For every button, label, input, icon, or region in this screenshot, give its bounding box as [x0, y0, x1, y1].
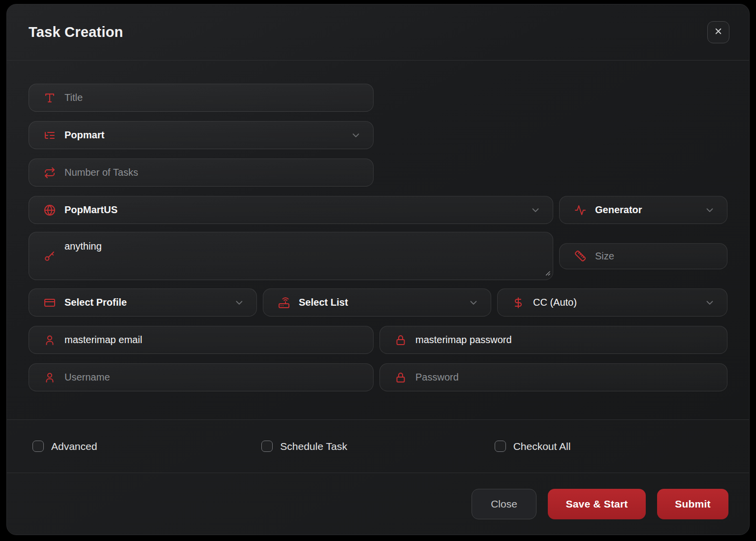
schedule-task-option: Schedule Task — [261, 441, 494, 452]
masterimap-password-input[interactable] — [415, 334, 715, 346]
cc-value: CC (Auto) — [533, 297, 577, 308]
chevron-down-icon — [234, 297, 245, 308]
size-field[interactable] — [559, 243, 727, 269]
router-icon — [278, 297, 290, 309]
repeat-icon — [44, 167, 56, 179]
chevron-down-icon — [468, 297, 479, 308]
platform-select[interactable]: Popmart — [29, 121, 374, 149]
page-title: Task Creation — [29, 24, 123, 40]
password-field[interactable] — [379, 363, 727, 391]
masterimap-email-field[interactable] — [29, 326, 374, 354]
num-tasks-input[interactable] — [64, 167, 361, 178]
keywords-textarea[interactable]: anything — [64, 232, 541, 280]
mode-select[interactable]: Generator — [559, 196, 727, 224]
schedule-task-label: Schedule Task — [280, 441, 347, 452]
user-icon — [44, 372, 56, 383]
username-field[interactable] — [29, 363, 374, 391]
username-input[interactable] — [64, 372, 361, 383]
profile-select[interactable]: Select Profile — [29, 288, 257, 317]
masterimap-password-field[interactable] — [379, 326, 727, 354]
close-icon — [714, 27, 723, 38]
options-bar: Advanced Schedule Task Checkout All — [7, 419, 749, 473]
profile-value: Select Profile — [64, 297, 127, 308]
checkout-all-label: Checkout All — [513, 441, 571, 452]
close-button[interactable] — [707, 21, 729, 43]
close-footer-button[interactable]: Close — [472, 489, 536, 519]
site-value: PopMartUS — [64, 204, 118, 216]
credit-card-icon — [44, 297, 56, 309]
keywords-field[interactable]: anything — [29, 232, 553, 280]
advanced-label: Advanced — [51, 441, 97, 452]
checkout-all-option: Checkout All — [495, 441, 727, 452]
activity-icon — [574, 204, 586, 216]
advanced-option: Advanced — [29, 441, 261, 452]
schedule-task-checkbox[interactable] — [261, 441, 273, 452]
user-icon — [44, 334, 56, 346]
mode-value: Generator — [595, 204, 642, 216]
password-input[interactable] — [415, 372, 715, 383]
site-select[interactable]: PopMartUS — [29, 196, 553, 224]
globe-icon — [44, 204, 56, 216]
ruler-icon — [574, 250, 586, 262]
list-select[interactable]: Select List — [263, 288, 491, 317]
resize-handle-icon[interactable] — [544, 269, 550, 278]
type-icon — [44, 92, 56, 104]
task-creation-modal: Task Creation Popmart — [6, 4, 750, 535]
chevron-down-icon — [350, 130, 361, 141]
save-start-button[interactable]: Save & Start — [548, 489, 646, 519]
chevron-down-icon — [704, 297, 715, 308]
list-value: Select List — [299, 297, 348, 308]
lock-icon — [395, 334, 407, 346]
form-body: Popmart PopMartUS — [7, 61, 749, 419]
masterimap-email-input[interactable] — [64, 334, 361, 346]
num-tasks-field[interactable] — [29, 159, 374, 187]
list-tree-icon — [44, 129, 56, 141]
title-input[interactable] — [64, 92, 361, 103]
lock-icon — [395, 372, 407, 383]
dollar-icon — [512, 297, 524, 309]
title-field[interactable] — [29, 84, 374, 112]
advanced-checkbox[interactable] — [32, 441, 44, 452]
submit-button[interactable]: Submit — [657, 489, 728, 519]
platform-value: Popmart — [64, 129, 104, 141]
chevron-down-icon — [530, 205, 541, 216]
key-icon — [44, 250, 56, 262]
modal-header: Task Creation — [7, 4, 749, 61]
size-input[interactable] — [595, 251, 725, 262]
modal-footer: Close Save & Start Submit — [7, 473, 749, 535]
cc-select[interactable]: CC (Auto) — [497, 288, 727, 317]
checkout-all-checkbox[interactable] — [495, 441, 506, 452]
chevron-down-icon — [704, 205, 715, 216]
